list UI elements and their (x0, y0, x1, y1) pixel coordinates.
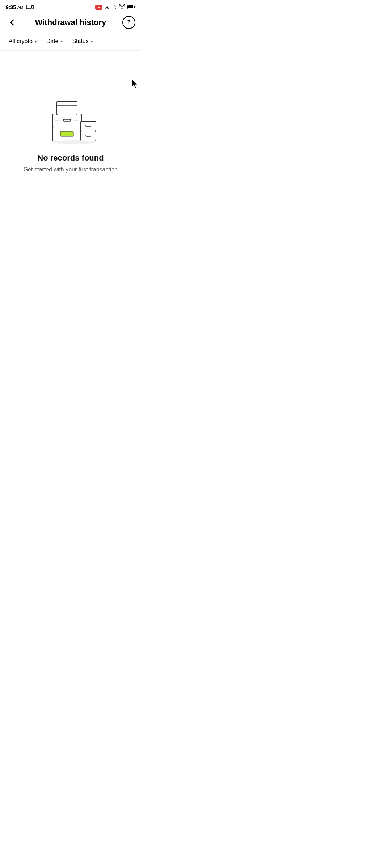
status-time: 9:35 AM (6, 4, 34, 10)
svg-rect-8 (63, 119, 71, 121)
crypto-filter-chevron: ▼ (34, 39, 38, 43)
record-indicator (95, 5, 102, 10)
time-label: 9:35 (6, 4, 16, 10)
svg-rect-20 (57, 101, 77, 115)
wifi-icon (119, 4, 125, 10)
empty-state-title: No records found (37, 153, 104, 163)
empty-illustration (42, 94, 100, 145)
date-filter-label: Date (46, 38, 59, 44)
svg-rect-4 (128, 5, 133, 8)
help-button[interactable]: ? (122, 16, 135, 29)
empty-state: No records found Get started with your f… (0, 72, 141, 182)
svg-rect-16 (86, 135, 91, 136)
svg-rect-2 (98, 7, 100, 8)
svg-rect-0 (26, 5, 31, 9)
crypto-filter-label: All crypto (9, 38, 33, 44)
crypto-filter-button[interactable]: All crypto ▼ (6, 37, 41, 46)
empty-state-subtitle: Get started with your first transaction (24, 166, 118, 173)
battery-icon (127, 4, 135, 10)
svg-point-22 (52, 140, 96, 144)
status-filter-button[interactable]: Status ▼ (69, 37, 96, 46)
svg-rect-15 (86, 125, 91, 127)
camera-icon (26, 4, 34, 10)
moon-icon: ☽ (112, 4, 117, 11)
status-filter-chevron: ▼ (90, 39, 94, 43)
nav-bar: Withdrawal history ? (0, 13, 141, 32)
status-bar: 9:35 AM ∗ ☽ (0, 0, 141, 13)
svg-rect-9 (60, 131, 73, 136)
status-filter-label: Status (72, 38, 88, 44)
back-button[interactable] (6, 16, 19, 29)
date-filter-button[interactable]: Date ▼ (43, 37, 67, 46)
date-filter-chevron: ▼ (60, 39, 64, 43)
filter-bar: All crypto ▼ Date ▼ Status ▼ (0, 32, 141, 51)
bluetooth-icon: ∗ (105, 4, 109, 11)
page-title: Withdrawal history (19, 18, 122, 27)
ampm-label: AM (17, 5, 24, 9)
status-icons: ∗ ☽ (95, 4, 135, 11)
